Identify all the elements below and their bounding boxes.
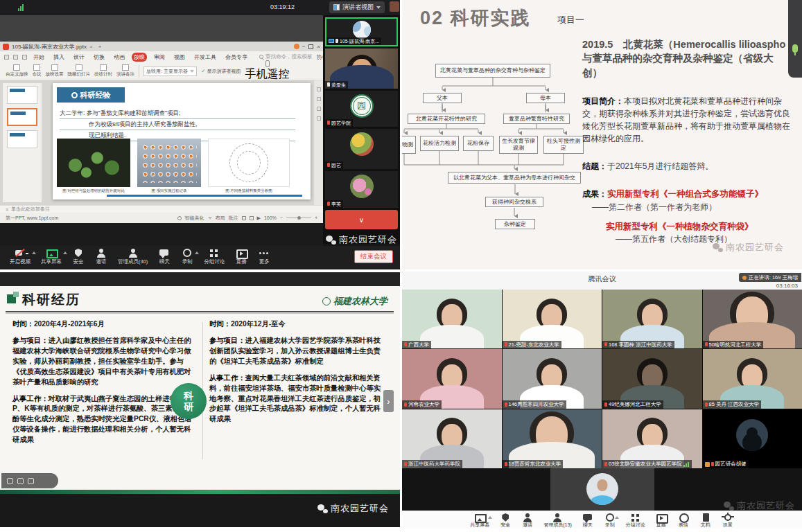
participant-tile[interactable]: 园艺 <box>325 129 398 169</box>
ribbon-tab[interactable]: 开发工具 <box>192 53 218 62</box>
play-slideshow-icon[interactable]: ▶ <box>257 215 261 221</box>
ribbon-tool-button[interactable]: 自定义放映 <box>6 64 28 78</box>
participant-tile[interactable]: 黄爱生 <box>325 48 398 89</box>
participant-name: 园艺 <box>331 162 341 168</box>
participant-tile[interactable]: 广西大学 <box>402 290 502 348</box>
ribbon-tab[interactable]: 插入 <box>51 53 67 62</box>
toolbar-button[interactable]: 表情 <box>676 513 691 529</box>
minimize-icon[interactable]: − <box>302 44 306 50</box>
ribbon-tool-button[interactable]: 隐藏幻灯片 <box>68 64 91 78</box>
toolbar-button[interactable]: 共享屏幕 <box>37 248 66 269</box>
participant-tile[interactable]: 146周胜寒四川农业大学 <box>503 349 602 408</box>
participant-tile[interactable]: 河南农业大学 <box>402 349 502 408</box>
toolbar-button[interactable]: 直播 <box>231 248 252 269</box>
ribbon-tabs: 开始插入设计切换动画放映审阅视图开发工具会员专享 <box>31 53 250 62</box>
participant-tile[interactable]: 105-鼹鼠淘-南京... <box>325 17 398 46</box>
ribbon-tool-button[interactable]: 排练计时 <box>94 64 112 78</box>
participant-tile[interactable]: 21-尧甜-东北农业大学 <box>503 290 602 348</box>
name-tag: 50哈明然河北工程大学 <box>703 341 764 349</box>
window-controls[interactable]: − × <box>302 44 320 50</box>
toolbar-button[interactable]: 直播 <box>654 513 669 529</box>
ribbon-tab[interactable]: 放映 <box>132 53 147 62</box>
participant-tile[interactable]: 18贾彦哲东北农业大学 <box>503 409 602 468</box>
phone-remote-button[interactable]: 手机遥控 <box>245 60 290 82</box>
caret-up-icon[interactable] <box>488 514 492 519</box>
new-tab-icon[interactable]: + <box>98 44 102 50</box>
caret-up-icon[interactable] <box>63 249 67 254</box>
toolbar-button[interactable]: 更多 <box>254 248 274 269</box>
toolbar-button[interactable]: 管理成员(30) <box>114 248 152 269</box>
toolbar-button[interactable]: 邀请 <box>91 248 112 269</box>
participant-name: 146周胜寒四川农业大学 <box>509 401 564 408</box>
ribbon-tab[interactable]: 视图 <box>172 53 187 62</box>
view-sorter-icon[interactable] <box>250 216 254 220</box>
layout-label[interactable]: 布局 <box>216 215 225 222</box>
account-avatar[interactable] <box>294 44 299 49</box>
participant-tile[interactable]: 49纪美娜河北工程大学 <box>602 349 702 408</box>
toolbar-button[interactable]: 设置 <box>720 513 735 529</box>
participant-tile[interactable]: 园 园艺学院 <box>325 91 398 127</box>
toolbar-button[interactable]: 分组讨论 <box>625 513 647 529</box>
toolbar-button[interactable]: 文档 <box>698 513 713 529</box>
zoom-slider[interactable] <box>286 218 311 218</box>
ribbon-tab[interactable]: 设计 <box>71 53 87 62</box>
monitor-select[interactable]: 放映用: 主要显示器 <box>143 66 197 76</box>
speaker-view-button[interactable]: 演讲者视图 <box>329 1 385 13</box>
caret-up-icon[interactable] <box>32 249 36 254</box>
caret-up-icon[interactable] <box>615 514 619 519</box>
end-meeting-button[interactable]: 结束会议 <box>354 250 393 263</box>
floating-toolbar[interactable] <box>1 473 58 488</box>
maximize-icon[interactable] <box>308 44 313 49</box>
view-normal-icon[interactable] <box>242 216 246 220</box>
participant-tile[interactable]: 园艺研会胡健 <box>703 409 802 468</box>
name-tag: 49纪美娜河北工程大学 <box>602 400 663 409</box>
caret-up-icon[interactable] <box>195 249 199 254</box>
undo-icon[interactable] <box>22 55 27 60</box>
toolbar-button[interactable]: 安全 <box>68 248 89 269</box>
ribbon-tab[interactable]: 开始 <box>31 53 46 62</box>
toolbar-button[interactable]: 共享屏幕 <box>469 513 491 529</box>
print-icon[interactable] <box>13 55 18 60</box>
document-tab-title[interactable]: 105-鼹鼠淘-南京农业大学.pptx <box>12 43 87 51</box>
collapse-panel-button[interactable]: ∨ <box>325 210 398 229</box>
ribbon-tab[interactable]: 动画 <box>112 53 127 62</box>
participant-tile[interactable]: 85 吴丹 江西农业大学 <box>703 349 802 408</box>
toolbar-button[interactable]: 录制 <box>177 248 198 269</box>
ribbon-tab[interactable]: 审阅 <box>152 53 167 62</box>
toolbar-button[interactable]: 管理成员(13) <box>542 513 573 529</box>
slide-thumbnail[interactable] <box>7 130 37 148</box>
toolbar-button[interactable]: 安全 <box>498 513 513 529</box>
flow-box: 花粉保存 <box>463 136 494 151</box>
close-tab-icon[interactable]: × <box>89 44 93 50</box>
ribbon-tool-button[interactable]: 会议 <box>33 64 42 78</box>
toolbar-button[interactable]: 开启视频 <box>6 248 35 269</box>
search-icon <box>259 55 263 59</box>
save-icon[interactable] <box>4 55 9 60</box>
participant-name: 18贾彦哲东北农业大学 <box>509 461 561 468</box>
participant-tile[interactable]: 50哈明然河北工程大学 <box>703 290 802 348</box>
ribbon-tool-button[interactable]: 放映设置 <box>46 64 64 78</box>
slide-thumbnail[interactable] <box>7 86 37 104</box>
participant-tile[interactable]: 浙江中医药大学药学院 <box>402 409 502 468</box>
participant-tile[interactable]: 03徐文静安徽农业大学园艺学院 <box>602 409 702 468</box>
command-search[interactable]: 查找命令，搜索模板 <box>259 53 313 60</box>
slide-thumbnail-active[interactable] <box>7 108 37 126</box>
notes-label[interactable]: 批注 <box>229 215 238 222</box>
toolbar-button[interactable]: 录制 <box>602 513 618 529</box>
host-tile[interactable] <box>550 468 654 511</box>
toolbar-button[interactable]: 分组讨论 <box>200 248 229 269</box>
beautify-label[interactable]: 智能美化 <box>185 215 204 222</box>
toolbar-button[interactable]: 邀请 <box>520 513 535 529</box>
ribbon-tab[interactable]: 切换 <box>91 53 107 62</box>
participant-tile[interactable]: 李英 <box>325 171 398 208</box>
toolbar-button[interactable]: 聊天 <box>580 513 595 529</box>
zoom-out-icon[interactable]: − <box>280 215 283 220</box>
next-slide-arrow[interactable]: › <box>383 390 394 412</box>
zoom-in-icon[interactable]: + <box>315 215 317 220</box>
speaker-view-checkbox[interactable]: ✓显示演讲者视图 <box>201 68 241 75</box>
close-window-icon[interactable]: × <box>317 44 320 50</box>
toolbar-button[interactable]: 聊天 <box>154 248 175 269</box>
notes-bar[interactable]: ≡ 单击此处添加备注 <box>0 205 323 213</box>
ribbon-tool-button[interactable]: 演讲备注 <box>116 64 134 78</box>
participant-tile[interactable]: 168 李固梓 浙江中医药大学 <box>602 290 702 348</box>
